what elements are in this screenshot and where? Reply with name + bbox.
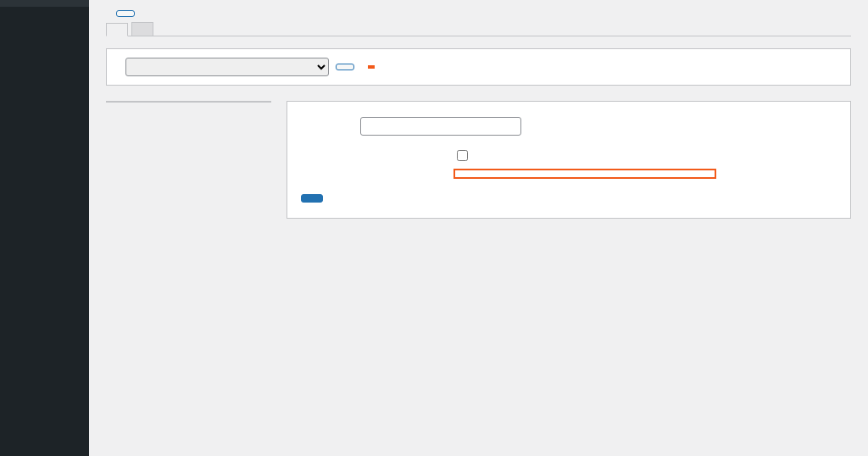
tabs bbox=[106, 22, 851, 36]
menu-name-input[interactable] bbox=[360, 117, 521, 136]
create-menu-button[interactable] bbox=[301, 194, 323, 203]
location-group bbox=[453, 169, 716, 179]
select-button[interactable] bbox=[336, 64, 354, 70]
live-preview-button[interactable] bbox=[116, 10, 135, 17]
structure-panel bbox=[287, 101, 851, 219]
menu-selector-row bbox=[106, 48, 851, 86]
auto-add-checkbox[interactable] bbox=[457, 150, 468, 161]
tab-edit-menus[interactable] bbox=[106, 23, 128, 36]
menu-select[interactable] bbox=[125, 58, 329, 76]
accordion bbox=[106, 101, 271, 103]
main-content bbox=[89, 0, 868, 456]
tab-manage-locations[interactable] bbox=[131, 22, 153, 36]
create-new-menu-link[interactable] bbox=[368, 65, 375, 69]
admin-sidebar bbox=[0, 0, 89, 456]
